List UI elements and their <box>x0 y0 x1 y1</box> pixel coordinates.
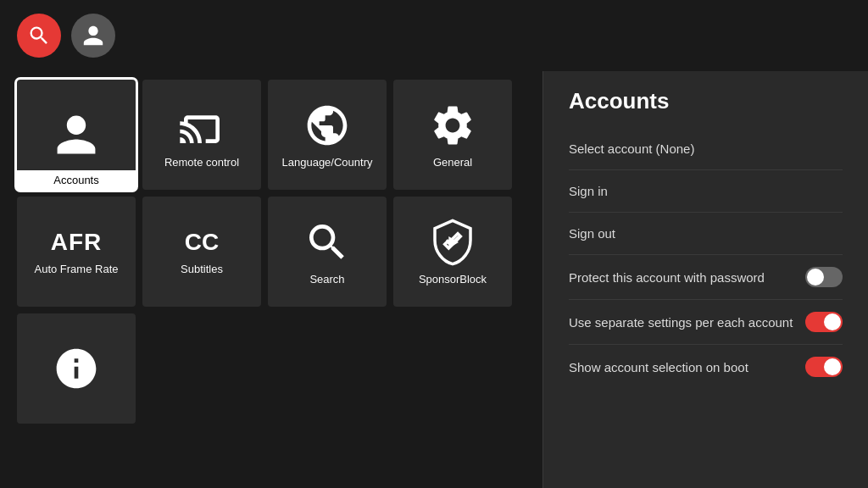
cc-icon: CC <box>185 229 219 256</box>
sign-out-label: Sign out <box>569 225 843 242</box>
sponsorblock-label: SponsorBlock <box>414 273 492 286</box>
select-account-label: Select account (None) <box>569 140 843 158</box>
grid-item-info[interactable] <box>17 313 136 424</box>
afr-label: Auto Frame Rate <box>30 263 124 275</box>
show-account-selection-toggle[interactable] <box>805 357 843 377</box>
cast-icon <box>178 102 225 149</box>
separate-settings-label: Use separate settings per each account <box>569 313 805 331</box>
gear-icon <box>429 102 476 149</box>
grid-item-language[interactable]: Language/Country <box>268 80 387 190</box>
subtitles-label: Subtitles <box>175 263 228 275</box>
search-large-icon <box>303 219 351 266</box>
globe-icon <box>303 102 351 149</box>
language-label: Language/Country <box>277 156 378 169</box>
grid-item-subtitles[interactable]: CC Subtitles <box>142 197 261 307</box>
panel-title: Accounts <box>569 88 843 114</box>
grid-item-general[interactable]: General <box>393 80 512 190</box>
profile-button[interactable] <box>71 14 115 58</box>
shield-play-icon <box>429 219 476 266</box>
person-icon <box>53 111 100 158</box>
accounts-panel: Accounts Select account (None) Sign in S… <box>542 71 868 488</box>
afr-icon: AFR <box>51 229 103 256</box>
menu-item-protect-password[interactable]: Protect this account with password <box>569 255 843 300</box>
main-content: Accounts Remote control Language/C <box>0 71 868 488</box>
menu-item-separate-settings[interactable]: Use separate settings per each account <box>569 300 843 345</box>
search-label: Search <box>304 273 349 286</box>
info-icon <box>53 345 100 392</box>
settings-grid: Accounts Remote control Language/C <box>0 71 542 488</box>
search-button[interactable] <box>17 14 61 58</box>
menu-item-sign-in[interactable]: Sign in <box>569 170 843 213</box>
header <box>0 0 868 71</box>
grid-container: Accounts Remote control Language/C <box>17 80 526 424</box>
toggle-knob <box>807 269 824 286</box>
protect-password-toggle[interactable] <box>805 267 843 287</box>
general-label: General <box>428 156 477 169</box>
menu-item-select-account[interactable]: Select account (None) <box>569 128 843 170</box>
menu-item-sign-out[interactable]: Sign out <box>569 213 843 255</box>
remote-control-label: Remote control <box>159 156 244 169</box>
grid-item-search[interactable]: Search <box>268 197 387 307</box>
sign-in-label: Sign in <box>569 182 843 200</box>
toggle-knob-3 <box>824 358 841 375</box>
grid-item-sponsorblock[interactable]: SponsorBlock <box>393 197 512 307</box>
grid-item-accounts[interactable]: Accounts <box>17 80 136 190</box>
accounts-label: Accounts <box>17 170 136 190</box>
search-icon <box>27 24 51 47</box>
toggle-knob-2 <box>824 313 841 330</box>
grid-item-remote-control[interactable]: Remote control <box>142 80 261 190</box>
menu-list: Select account (None) Sign in Sign out P… <box>569 128 843 389</box>
person-icon <box>81 24 105 47</box>
separate-settings-toggle[interactable] <box>805 312 843 332</box>
grid-item-auto-frame-rate[interactable]: AFR Auto Frame Rate <box>17 197 136 307</box>
menu-item-show-account-selection[interactable]: Show account selection on boot <box>569 345 843 389</box>
protect-password-label: Protect this account with password <box>569 269 805 286</box>
show-account-selection-label: Show account selection on boot <box>569 358 805 376</box>
